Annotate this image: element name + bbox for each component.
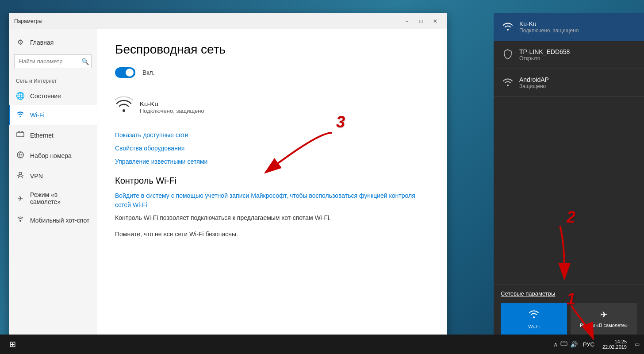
kuku-name: Ku-Ku <box>519 20 579 27</box>
kuku-wifi-icon <box>502 21 513 33</box>
vpn-icon <box>16 171 25 181</box>
svg-point-7 <box>19 172 22 175</box>
flyout-buttons: Wi-Fi ✈ Режим «В самолете» <box>501 303 637 335</box>
home-label: Главная <box>30 39 54 46</box>
sidebar-item-label: Мобильный хот-спот <box>30 217 89 224</box>
page-title: Беспроводная сеть <box>115 42 429 57</box>
minimize-button[interactable]: − <box>401 16 413 26</box>
svg-rect-0 <box>17 132 24 137</box>
airplane-icon: ✈ <box>16 194 25 203</box>
airplane-quick-btn[interactable]: ✈ Режим «В самолете» <box>571 303 637 335</box>
ethernet-icon <box>16 130 25 141</box>
systray-icons: ∧ 🔊 <box>553 340 578 349</box>
search-icon[interactable]: 🔍 <box>81 58 89 65</box>
taskbar-left: ⊞ <box>3 335 22 354</box>
wifi-control-text1: Контроль Wi-Fi позволяет подключаться к … <box>115 213 429 223</box>
search-input[interactable] <box>14 54 92 68</box>
sidebar-item-wifi[interactable]: Wi-Fi <box>9 105 97 125</box>
show-networks-link[interactable]: Показать доступные сети <box>115 131 429 139</box>
wifi-toggle[interactable] <box>115 67 135 78</box>
svg-point-13 <box>507 85 509 86</box>
show-desktop-button[interactable]: ▭ <box>633 341 641 347</box>
sidebar-item-label: VPN <box>30 173 43 180</box>
wifi-control-text2: Помните, что не все сети Wi-Fi безопасны… <box>115 230 429 239</box>
svg-point-10 <box>19 220 21 222</box>
dialup-icon <box>16 150 25 161</box>
hotspot-icon <box>16 215 25 226</box>
sidebar-item-ethernet[interactable]: Ethernet <box>9 125 97 146</box>
network-settings-link[interactable]: Сетевые параметры <box>501 290 637 297</box>
wifi-control-link[interactable]: Войдите в систему с помощью учетной запи… <box>115 191 429 210</box>
flyout-spacer <box>494 97 644 285</box>
sidebar-item-vpn[interactable]: VPN <box>9 166 97 186</box>
flyout-network-tplink[interactable]: TP-LINK_EDD658 Открыто <box>494 41 644 69</box>
start-button[interactable]: ⊞ <box>3 335 22 354</box>
network-flyout: Ku-Ku Подключено, защищено TP-LINK_EDD65… <box>494 13 644 341</box>
section-label: Сеть и Интернет <box>9 72 97 87</box>
window-body: ⚙ Главная 🔍 Сеть и Интернет 🌐 Состояние <box>9 29 447 341</box>
android-network-info: AndroidAP Защищено <box>519 76 549 89</box>
sidebar: ⚙ Главная 🔍 Сеть и Интернет 🌐 Состояние <box>9 29 97 341</box>
wifi-quick-icon <box>529 309 539 321</box>
sidebar-item-hotspot[interactable]: Мобильный хот-спот <box>9 210 97 231</box>
svg-point-14 <box>533 316 535 318</box>
kuku-network-info: Ku-Ku Подключено, защищено <box>519 20 579 34</box>
android-name: AndroidAP <box>519 76 549 83</box>
tplink-network-info: TP-LINK_EDD658 Открыто <box>519 48 570 62</box>
flyout-network-android[interactable]: AndroidAP Защищено <box>494 69 644 97</box>
tplink-name: TP-LINK_EDD658 <box>519 48 570 55</box>
close-button[interactable]: ✕ <box>429 16 441 26</box>
sidebar-item-airplane[interactable]: ✈ Режим «в самолете» <box>9 186 97 210</box>
svg-point-12 <box>507 29 509 31</box>
window-controls: − □ ✕ <box>401 16 441 26</box>
flyout-network-kuku[interactable]: Ku-Ku Подключено, защищено <box>494 13 644 41</box>
home-icon: ⚙ <box>16 38 25 46</box>
network-info: Ku-Ku Подключено, защищено <box>140 100 204 114</box>
wifi-control-title: Контроль Wi-Fi <box>115 176 429 186</box>
kuku-status: Подключено, защищено <box>519 27 579 34</box>
language-indicator[interactable]: РУС <box>581 341 596 348</box>
wifi-nav-icon <box>16 110 25 120</box>
network-card: Ku-Ku Подключено, защищено <box>115 90 429 124</box>
sidebar-item-label: Wi-Fi <box>30 112 45 119</box>
window-title: Параметры <box>14 18 42 24</box>
sidebar-item-label: Состояние <box>30 92 61 100</box>
settings-window: Параметры − □ ✕ ⚙ Главная 🔍 Сеть и Интер… <box>9 13 447 341</box>
connected-network-name: Ku-Ku <box>140 100 204 108</box>
flyout-bottom: Сетевые параметры Wi-Fi ✈ Режим «В самол… <box>494 285 644 341</box>
taskbar: ⊞ ∧ 🔊 РУС 14:25 22.02.201 <box>0 335 644 354</box>
sidebar-item-label: Набор номера <box>30 152 72 159</box>
svg-rect-15 <box>561 342 567 346</box>
title-bar: Параметры − □ ✕ <box>9 13 447 29</box>
network-wifi-icon <box>115 96 133 118</box>
sidebar-item-label: Режим «в самолете» <box>30 191 90 205</box>
status-icon: 🌐 <box>16 92 25 100</box>
desktop: Параметры − □ ✕ ⚙ Главная 🔍 Сеть и Интер… <box>0 0 644 354</box>
airplane-quick-icon: ✈ <box>600 309 608 320</box>
android-wifi-icon <box>502 77 513 89</box>
main-content: Беспроводная сеть Вкл. <box>97 29 447 341</box>
taskbar-right: ∧ 🔊 РУС 14:25 22.02.2019 ▭ <box>553 339 641 350</box>
volume-icon[interactable]: 🔊 <box>570 341 578 348</box>
search-box: 🔍 <box>14 54 92 68</box>
chevron-up-icon[interactable]: ∧ <box>553 341 558 348</box>
toggle-row: Вкл. <box>115 67 429 78</box>
tplink-shield-icon <box>502 49 513 61</box>
network-systray-icon[interactable] <box>560 340 567 349</box>
sidebar-item-label: Ethernet <box>30 132 54 139</box>
adapter-props-link[interactable]: Свойства оборудования <box>115 145 429 152</box>
maximize-button[interactable]: □ <box>415 16 427 26</box>
system-clock[interactable]: 14:25 22.02.2019 <box>600 339 629 350</box>
tplink-status: Открыто <box>519 55 570 62</box>
svg-point-11 <box>123 109 125 112</box>
clock-date: 22.02.2019 <box>602 344 627 350</box>
wifi-quick-btn[interactable]: Wi-Fi <box>501 303 567 335</box>
connected-network-status: Подключено, защищено <box>140 108 204 114</box>
airplane-quick-label: Режим «В самолете» <box>580 323 628 328</box>
sidebar-item-home[interactable]: ⚙ Главная <box>9 34 97 51</box>
manage-networks-link[interactable]: Управление известными сетями <box>115 158 429 165</box>
android-status: Защищено <box>519 83 549 89</box>
sidebar-item-status[interactable]: 🌐 Состояние <box>9 87 97 105</box>
sidebar-item-dialup[interactable]: Набор номера <box>9 146 97 166</box>
toggle-label: Вкл. <box>142 69 155 76</box>
